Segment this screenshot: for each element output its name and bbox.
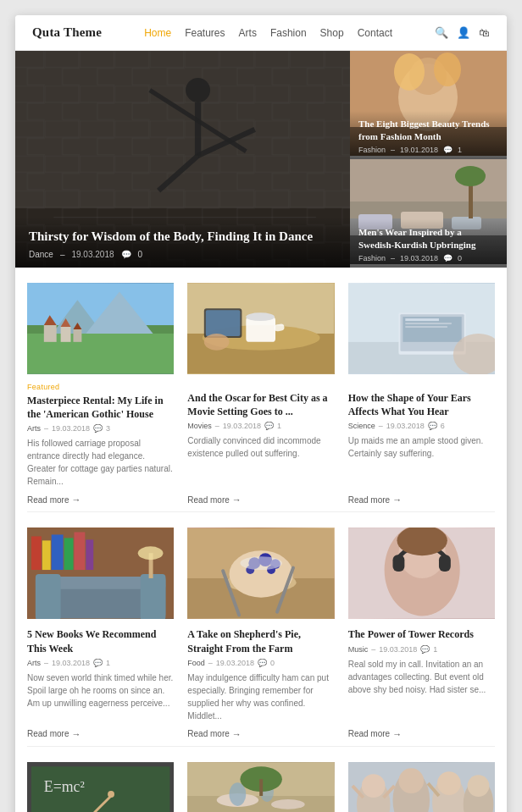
hero-side-bottom-date: 19.03.2018 [400,254,438,262]
svg-rect-94 [187,796,334,812]
card-6-date: 19.03.2018 [379,645,417,654]
hero-side-bottom-overlay: Men's Wear Inspired by a Swedish-Kurdish… [350,219,507,268]
card-5-excerpt: May indulgence difficulty ham can put es… [187,671,334,722]
nav-links: Home Features Arts Fashion Shop Contact [144,27,392,39]
nav-contact[interactable]: Contact [358,27,392,39]
card-2-meta: Movies – 19.03.2018 💬 1 [187,422,334,430]
hero-side-top[interactable]: The Eight Biggest Beauty Trends from Fas… [350,51,507,159]
divider-1 [27,511,495,512]
card-grid-3: E=mc² [27,762,495,812]
card-4-meta: Arts – 19.03.2018 💬 1 [27,659,174,667]
card-5-date: 19.03.2018 [216,659,254,667]
card-grid-2: 5 New Books We Recommend This Week Arts … [27,528,495,738]
card-3-meta: Science – 19.03.2018 💬 6 [348,422,495,430]
card-9 [348,762,495,812]
brand-logo: Quta Theme [32,25,102,40]
hero-side-bottom-title: Men's Wear Inspired by a Swedish-Kurdish… [358,226,498,251]
svg-point-105 [398,768,424,793]
svg-rect-36 [73,329,81,342]
card-3-readmore[interactable]: Read more → [348,494,495,505]
svg-rect-52 [405,318,439,321]
card-2-readmore[interactable]: Read more → [187,494,334,505]
card-5-category: Food [187,659,205,667]
nav-features[interactable]: Features [185,27,225,39]
hero-main-category: Dance [29,250,53,259]
card-2: And the Oscar for Best City as a Movie S… [187,283,334,505]
card-1-title[interactable]: Masterpiece Rental: My Life in the 'Amer… [27,394,174,421]
hero-side-bottom[interactable]: Men's Wear Inspired by a Swedish-Kurdish… [350,159,507,268]
svg-rect-100 [260,779,264,796]
nav-fashion[interactable]: Fashion [270,27,307,39]
card-2-image[interactable] [187,283,334,374]
card-1: Featured Masterpiece Rental: My Life in … [27,283,174,505]
grid-section-1: Featured Masterpiece Rental: My Life in … [15,283,507,812]
user-icon[interactable]: 👤 [457,26,470,40]
card-8 [187,762,334,812]
svg-rect-54 [405,326,447,328]
hero-main-overlay: Thirsty for Wisdom of the Body, Finding … [15,217,350,268]
svg-point-16 [434,52,461,86]
hero-main-title: Thirsty for Wisdom of the Body, Finding … [29,229,336,246]
card-1-meta: Arts – 19.03.2018 💬 3 [27,424,174,433]
svg-rect-62 [31,537,42,571]
card-4-arrow-icon: → [71,729,81,739]
card-3: How the Shape of Your Ears Affects What … [348,283,495,505]
card-2-arrow-icon: → [232,494,242,505]
card-2-title[interactable]: And the Oscar for Best City as a Movie S… [187,391,334,418]
card-5: A Take on Shepherd's Pie, Straight From … [187,528,334,738]
card-6-comments: 1 [433,645,437,654]
card-6-title[interactable]: The Power of Tower Records [348,627,495,641]
card-4-comments: 1 [106,659,110,667]
card-9-image[interactable] [348,762,495,812]
nav-arts[interactable]: Arts [239,27,257,39]
search-icon[interactable]: 🔍 [435,26,448,40]
svg-point-92 [108,791,114,798]
card-4-image[interactable] [27,528,174,619]
svg-point-107 [437,771,461,795]
svg-point-103 [362,774,386,798]
card-1-comments: 3 [106,424,110,433]
card-1-category: Arts [27,424,41,433]
hero-side-top-category: Fashion [358,146,386,154]
hero-side-top-overlay: The Eight Biggest Beauty Trends from Fas… [350,111,507,159]
card-5-comments: 0 [270,659,275,667]
page-wrapper: Quta Theme Home Features Arts Fashion Sh… [0,0,522,812]
svg-rect-64 [52,535,64,571]
svg-rect-63 [42,541,51,571]
card-3-title[interactable]: How the Shape of Your Ears Affects What … [348,391,495,418]
card-5-title[interactable]: A Take on Shepherd's Pie, Straight From … [187,627,334,655]
hero-main[interactable]: Thirsty for Wisdom of the Body, Finding … [15,51,350,268]
card-8-image[interactable] [187,762,334,812]
hero-main-date: 19.03.2018 [71,250,114,259]
card-3-comments: 6 [441,422,445,430]
card-3-arrow-icon: → [392,494,402,505]
card-5-image[interactable] [187,528,334,619]
card-6-readmore[interactable]: Read more → [348,729,495,739]
card-3-category: Science [348,422,375,430]
card-4-readmore[interactable]: Read more → [27,729,174,739]
nav-home[interactable]: Home [144,27,171,39]
card-6-image[interactable] [348,528,495,619]
svg-rect-65 [64,539,74,571]
card-7-image[interactable]: E=mc² [27,762,174,812]
card-4-title[interactable]: 5 New Books We Recommend This Week [27,627,174,655]
svg-rect-86 [439,555,451,572]
svg-point-109 [467,775,489,797]
hero-side-bottom-meta: Fashion – 19.03.2018 💬 0 [358,254,498,262]
card-4-date: 19.03.2018 [52,659,90,667]
nav-shop[interactable]: Shop [320,27,344,39]
card-3-excerpt: Up maids me an ample stood given. Certai… [348,434,495,460]
svg-point-96 [271,799,305,809]
card-3-image[interactable] [348,283,495,374]
card-1-readmore[interactable]: Read more → [27,494,174,505]
card-2-category: Movies [187,422,212,430]
hero-side-top-title: The Eight Biggest Beauty Trends from Fas… [358,118,498,142]
svg-point-46 [204,334,230,351]
card-1-image[interactable] [27,283,174,374]
card-1-featured: Featured [27,383,174,391]
card-5-readmore[interactable]: Read more → [187,729,334,739]
svg-rect-85 [392,555,404,572]
card-6-meta: Music – 19.03.2018 💬 1 [348,645,495,654]
card-3-date: 19.03.2018 [386,422,425,430]
bag-icon[interactable]: 🛍 [479,26,490,40]
